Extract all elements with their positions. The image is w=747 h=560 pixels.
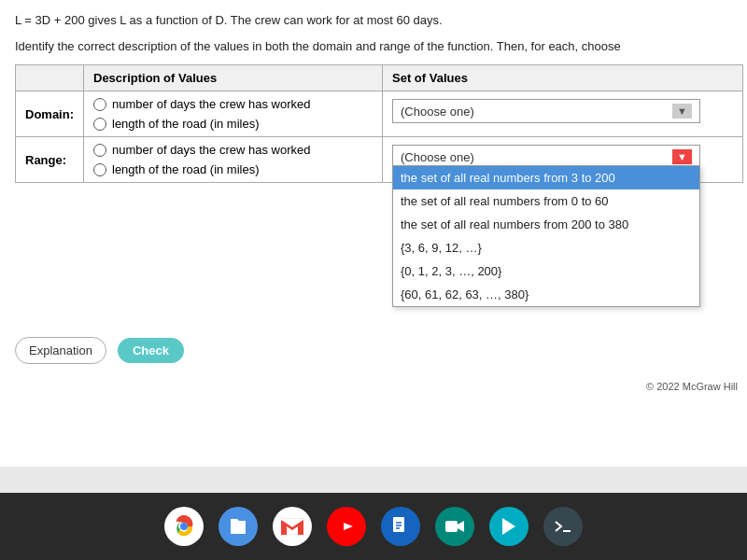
domain-select-value: (Choose one) <box>401 105 474 119</box>
play-icon[interactable] <box>489 507 529 546</box>
range-radio-2[interactable] <box>93 163 106 176</box>
svg-marker-9 <box>458 521 464 532</box>
check-button[interactable]: Check <box>118 338 184 363</box>
range-radio-group: number of days the crew has worked lengt… <box>93 143 373 176</box>
dropdown-item-4[interactable]: {0, 1, 2, 3, …, 200} <box>393 259 699 283</box>
domain-option-1[interactable]: number of days the crew has worked <box>93 97 373 111</box>
domain-label: Domain: <box>16 91 84 137</box>
range-option-1-label: number of days the crew has worked <box>112 143 310 157</box>
range-option-1[interactable]: number of days the crew has worked <box>93 143 373 157</box>
range-values-cell: (Choose one) ▼ the set of all real numbe… <box>383 137 743 183</box>
range-label: Range: <box>16 137 84 183</box>
dropdown-item-3[interactable]: {3, 6, 9, 12, …} <box>393 236 699 259</box>
description-header: Description of Values <box>84 65 383 91</box>
domain-option-2[interactable]: length of the road (in miles) <box>93 117 373 131</box>
dropdown-item-2[interactable]: the set of all real numbers from 200 to … <box>393 213 699 236</box>
taskbar <box>0 493 747 560</box>
instruction-text: Identify the correct description of the … <box>15 37 732 56</box>
domain-radio-1[interactable] <box>93 98 106 111</box>
range-radio-1[interactable] <box>93 144 106 157</box>
svg-point-0 <box>180 523 188 530</box>
youtube-icon[interactable] <box>327 507 366 546</box>
domain-select[interactable]: (Choose one) ▼ <box>392 99 700 123</box>
svg-rect-4 <box>393 517 404 532</box>
meet-icon[interactable] <box>435 507 474 546</box>
domain-description-cell: number of days the crew has worked lengt… <box>84 91 383 137</box>
chrome-icon[interactable] <box>164 507 204 546</box>
gmail-icon[interactable] <box>273 507 312 546</box>
range-option-2[interactable]: length of the road (in miles) <box>93 162 373 176</box>
explanation-button[interactable]: Explanation <box>15 337 106 364</box>
range-row: Range: number of days the crew has worke… <box>16 137 743 183</box>
dropdown-item-5[interactable]: {60, 61, 62, 63, …, 380} <box>393 283 699 306</box>
docs-icon[interactable] <box>381 507 420 546</box>
domain-radio-group: number of days the crew has worked lengt… <box>93 97 373 131</box>
range-dropdown: the set of all real numbers from 3 to 20… <box>392 165 700 307</box>
domain-radio-2[interactable] <box>93 118 106 131</box>
range-select-arrow[interactable]: ▼ <box>672 149 692 164</box>
domain-row: Domain: number of days the crew has work… <box>16 91 743 137</box>
files-icon[interactable] <box>218 507 258 546</box>
copyright-text: © 2022 McGraw Hill <box>646 381 738 392</box>
main-content: L = 3D + 200 gives L as a function of D.… <box>0 0 747 467</box>
domain-option-1-label: number of days the crew has worked <box>112 97 310 111</box>
domain-values-cell: (Choose one) ▼ <box>383 91 743 137</box>
domain-option-2-label: length of the road (in miles) <box>112 117 260 131</box>
empty-header <box>16 65 84 91</box>
svg-rect-8 <box>445 521 458 532</box>
range-option-2-label: length of the road (in miles) <box>112 162 260 176</box>
range-description-cell: number of days the crew has worked lengt… <box>84 137 383 183</box>
set-of-values-header: Set of Values <box>383 65 743 91</box>
bottom-bar: Explanation Check <box>0 328 747 373</box>
svg-marker-10 <box>502 518 515 535</box>
terminal-icon[interactable] <box>543 507 583 546</box>
domain-range-table: Description of Values Set of Values Doma… <box>15 64 743 183</box>
top-formula-text: L = 3D + 200 gives L as a function of D.… <box>15 11 732 30</box>
dropdown-item-0[interactable]: the set of all real numbers from 3 to 20… <box>393 166 699 189</box>
dropdown-item-1[interactable]: the set of all real numbers from 0 to 60 <box>393 189 699 213</box>
range-select-value: (Choose one) <box>401 150 474 164</box>
domain-select-arrow[interactable]: ▼ <box>672 104 692 119</box>
